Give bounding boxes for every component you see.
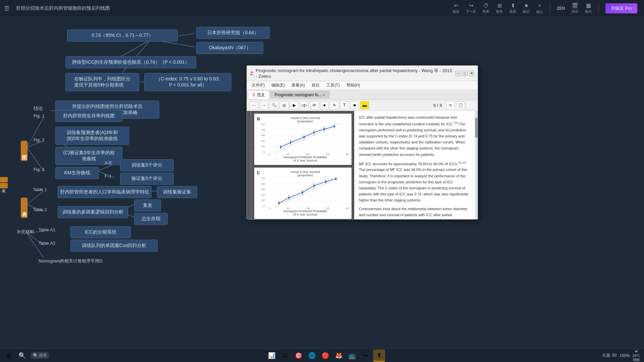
tableA1-text: ICC的分期系统 [70,226,131,238]
accuracy-node: 0.74（95% CI，0.71～0.77） [67,29,178,42]
tab-fanwen[interactable]: Z 范文 [248,90,269,99]
fig2-c-text: (C)验证集3年生存率的校 准曲线 [55,147,122,165]
tool-zen[interactable]: ZEN [557,6,565,11]
search-button[interactable]: 🔍 [16,350,28,362]
tab-prognostic[interactable]: Prognostic nomogram fo... ✕ [270,91,330,99]
tool-share[interactable]: ⬆ 联系 [509,2,516,14]
chart-b-label: B [257,116,260,121]
table2-sub1: 复发 [134,199,161,212]
zotero-toolbar: ← → 🔍 ◎ ▶ ◁▷ ⟳ ★ ✎ T ■ ▬ 6 / 8 ≡ 📋 📄 [247,100,478,111]
menu-help[interactable]: 帮助(H) [344,82,363,89]
taskbar-app-2[interactable]: 🗂 [279,350,291,362]
tool-bookmark[interactable]: ★ 标记 [523,2,530,14]
table2-text: 训练集的多因素逻辑回归分析 [58,206,128,218]
app-title: 肝部分切除术后肝内胆管细胞癌的预后列线图 [13,5,452,11]
svg-line-6 [27,117,44,147]
fig3-ae-text: 训练集5个评分 [120,159,174,171]
fig-label: 图 [21,141,28,161]
tool-note[interactable]: ✎ [330,101,339,109]
taskbar-center: 📊 🗂 🎯 🌐 🔴 🦊 📺 🗝 ⬆ [49,350,602,362]
menu-edit[interactable]: 编辑(E) [269,82,287,89]
fig2-label: Fig. 2 [34,137,45,142]
text-content-p1: ICC after partial hepatectomy was constr… [359,114,470,158]
start-button[interactable]: ⊞ [3,350,15,362]
menu-button[interactable]: ☰ [0,0,13,17]
scrollbar[interactable] [475,111,478,219]
tool-text[interactable]: T [340,101,349,109]
page-navigation: 6 / 8 [433,103,442,108]
taskbar-app-1[interactable]: 📊 [266,350,278,362]
taskbar-left: ⊞ 🔍 🔍 搜索 [0,350,49,362]
taskbar-app-4[interactable]: 🌐 [306,350,318,362]
chart-b: B Actual 5-Year Survival(proportion) 1.0… [254,114,352,165]
taskbar: ⊞ 🔍 🔍 搜索 📊 🗂 🎯 🌐 🔴 🦊 📺 🗝 ⬆ 主题: 60 150% ☀… [0,349,644,362]
fig1-text: 肝内胆管癌生存率列线图 [55,110,122,122]
taskbar-app-3[interactable]: 🎯 [292,350,305,362]
tool-star[interactable]: ★ [320,101,329,109]
tool-grid[interactable]: ⊞ 联系 [496,2,503,14]
weather-icon: ☀ [634,349,638,354]
table1-text: 肝内胆管癌患者的人口学和临床病理学特征 [58,186,152,198]
chart-c-x-ticks: 00.20.40.60.8 [269,207,349,209]
search-bar[interactable]: 🔍 搜索 [31,352,49,359]
taskbar-app-8[interactable]: 🗝 [360,350,372,362]
scroll-thumb[interactable] [475,118,478,138]
taskbar-app-9[interactable]: ⬆ [373,350,385,362]
fig1-label: Fig. 1 [34,113,45,118]
fig3-ae-label: A-E [105,160,112,165]
chart-b-xlabel: Nomogram-Predicted Probabilityof 3-Year … [261,156,349,162]
toolbar: ↩ 返回 ↪ 下一步 ⏱ 联系 ⊞ 联系 ⬆ 联系 ★ 标记 [452,2,644,14]
svg-line-52 [274,177,341,207]
weather-widget: ☀ 29°C 晴朗 [633,349,640,362]
fig2-a-text: 训练集预测患者(A)3年和 (B)5年生存率的校准曲线 [55,127,129,145]
maximize-button[interactable]: □ [462,71,468,76]
tool-search[interactable]: 🔍 [270,101,278,109]
zotero-titlebar: Z Prognostic nomogram for intrahepatic c… [247,66,478,81]
taskbar-app-7[interactable]: 📺 [346,350,358,362]
tool-zoom[interactable]: ◎ [280,101,288,109]
search-icon: 🔍 [33,353,38,358]
text-panel[interactable]: ICC after partial hepatectomy was constr… [354,111,475,219]
tool-next-page[interactable]: → [260,101,268,109]
tool-color-yellow[interactable]: ▬ [360,101,369,109]
tool-nav[interactable]: ◁▷ [300,101,309,109]
tool-layout2[interactable]: 📄 [466,101,475,109]
tool-back[interactable]: ↩ 返回 [452,2,459,14]
tool-format[interactable]: ▦ 格式 [585,2,592,14]
text-content-p2: MF ICC accounts for approximately 78.6% … [359,160,470,203]
tool-rect[interactable]: ■ [350,101,359,109]
minimize-button[interactable]: ─ [455,71,461,76]
tool-layout1[interactable]: 📋 [456,101,465,109]
table-label: 表 [21,198,28,218]
taskbar-app-5[interactable]: 🔴 [319,350,331,362]
weather-temp: 29°C [633,354,640,358]
tableA2-text: 训练队列的单因素Cox回归分析 [70,240,158,252]
tool-present[interactable]: 🎬 演示 [572,2,578,14]
upgrade-button[interactable]: 升级至 Pro [605,3,637,13]
tool-forward[interactable]: ↪ 下一步 [466,2,476,14]
page-current: 6 [433,103,436,108]
menu-file[interactable]: 文件(F) [249,82,267,89]
weather-desc: 晴朗 [633,358,640,362]
taskbar-right: 主题: 60 150% ☀ 29°C 晴朗 [602,349,644,362]
tool-prev-page[interactable]: ← [250,101,258,109]
tableA2-label: Table A2 [39,241,55,246]
tab-fanwen-label: 范文 [257,92,265,98]
tab-close[interactable]: ✕ [323,93,325,97]
tool-add[interactable]: ＋ 插入 [536,2,543,14]
menu-goto[interactable]: 前往 [309,82,322,89]
tool-play[interactable]: ▶ [290,101,299,109]
chart-c-label: C [257,170,260,175]
tool-more[interactable]: ≡ [446,101,455,109]
tool-history[interactable]: ⏱ 联系 [483,3,489,14]
menu-view[interactable]: 查看(A) [289,82,308,89]
menu-tools[interactable]: 工具(T) [324,82,342,89]
validation-node: 在验证队列中，列线图区分 度优于其他5种分期系统 [65,73,139,91]
pdf-panel: Downloaded from ascopubs.org by 116.198.… [247,111,354,219]
close-button[interactable]: ✕ [469,71,474,76]
sidebar-tab[interactable]: 图 [0,177,8,182]
taskbar-app-6[interactable]: 🦊 [333,350,345,362]
topbar: ☰ 肝部分切除术后肝内胆管细胞癌的预后列线图 ↩ 返回 ↪ 下一步 ⏱ 联系 ⊞… [0,0,644,17]
tool-refresh[interactable]: ⟳ [310,101,319,109]
sidebar-tab-2[interactable]: 表 [0,183,8,188]
